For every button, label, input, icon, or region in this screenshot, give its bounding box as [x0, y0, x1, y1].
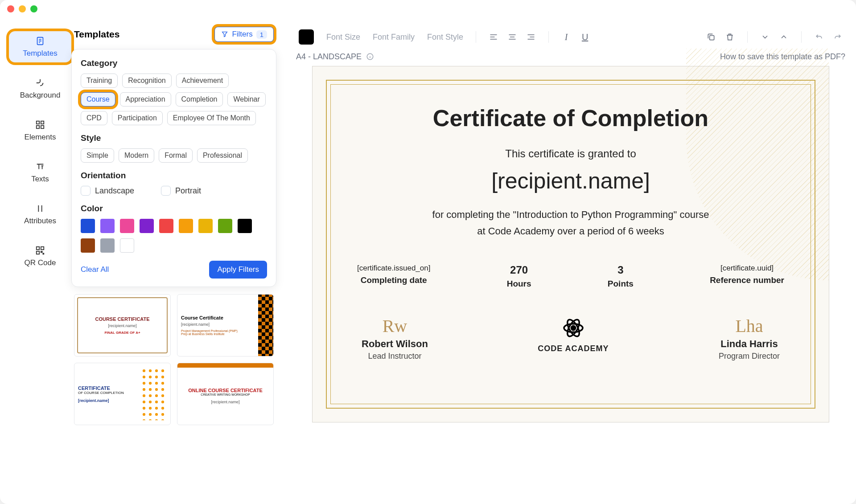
- font-style-control[interactable]: Font Style: [427, 33, 463, 42]
- nav-qrcode[interactable]: QR Code: [9, 241, 71, 272]
- swatch-orange[interactable]: [179, 219, 193, 233]
- template-thumb-3[interactable]: CERTIFICATE OF COURSE COMPLETION [recipi…: [74, 363, 171, 425]
- filters-button[interactable]: Filters 1: [214, 27, 274, 42]
- swatch-white[interactable]: [120, 238, 134, 253]
- swatch-brown[interactable]: [81, 238, 95, 253]
- chip-simple[interactable]: Simple: [81, 148, 114, 163]
- template-thumbnails: COURSE CERTIFICATE [recipient.name] FINA…: [71, 292, 276, 427]
- nav-texts[interactable]: Texts: [9, 157, 71, 188]
- attributes-icon: [35, 203, 45, 214]
- checkbox-icon: [161, 186, 171, 196]
- swatch-green[interactable]: [218, 219, 232, 233]
- nav-label: Attributes: [24, 217, 56, 225]
- chip-completion[interactable]: Completion: [176, 92, 223, 107]
- background-icon: [35, 78, 45, 88]
- undo-icon[interactable]: [814, 32, 824, 42]
- svg-rect-3: [37, 126, 39, 128]
- swatch-pink[interactable]: [120, 219, 134, 233]
- nav-templates[interactable]: Templates: [9, 31, 71, 62]
- content: Templates Background Elements Texts: [0, 18, 856, 504]
- redo-icon[interactable]: [833, 32, 843, 42]
- nav-elements[interactable]: Elements: [9, 115, 71, 146]
- svg-rect-2: [41, 121, 44, 124]
- style-label: Style: [81, 133, 267, 143]
- signature-icon: Rw: [383, 316, 407, 336]
- nav-label: Texts: [31, 175, 49, 184]
- chevron-down-icon[interactable]: [760, 32, 770, 42]
- close-window-icon[interactable]: [7, 5, 14, 12]
- chip-course[interactable]: Course: [81, 92, 115, 107]
- certificate-description: for completing the "Introduction to Pyth…: [353, 206, 789, 240]
- chip-recognition[interactable]: Recognition: [122, 74, 172, 88]
- editor-toolbar: Font Size Font Family Font Style I U: [294, 27, 847, 52]
- svg-rect-7: [37, 251, 39, 254]
- clear-all-button[interactable]: Clear All: [81, 265, 109, 274]
- svg-rect-6: [41, 247, 44, 250]
- font-size-control[interactable]: Font Size: [326, 33, 360, 42]
- certificate-granted: This certificate is granted to: [353, 148, 789, 160]
- italic-icon[interactable]: I: [561, 32, 571, 42]
- info-icon[interactable]: [365, 52, 375, 61]
- app-window: Templates Background Elements Texts: [0, 0, 856, 504]
- organization: CODE ACADEMY: [538, 316, 609, 361]
- page-format: A4 - LANDSCAPE: [296, 52, 362, 61]
- chip-appreciation[interactable]: Appreciation: [120, 92, 171, 107]
- swatch-gray[interactable]: [100, 238, 115, 253]
- atom-icon: [561, 316, 586, 340]
- canvas-area: Font Size Font Family Font Style I U: [276, 27, 847, 495]
- filter-icon: [221, 31, 228, 38]
- svg-rect-8: [710, 36, 714, 40]
- certificate-recipient: [recipient.name]: [353, 168, 789, 194]
- help-link[interactable]: How to save this template as PDF?: [720, 52, 845, 61]
- delete-icon[interactable]: [725, 32, 735, 42]
- chip-training[interactable]: Training: [81, 74, 118, 88]
- swatch-black[interactable]: [238, 219, 252, 233]
- swatch-yellow[interactable]: [198, 219, 213, 233]
- swatch-red[interactable]: [159, 219, 173, 233]
- chip-webinar[interactable]: Webinar: [227, 92, 265, 107]
- style-chips: Simple Modern Formal Professional: [81, 148, 267, 163]
- filters-count: 1: [256, 30, 267, 39]
- stat-reference: [certificate.uuid] Reference number: [710, 264, 784, 289]
- chip-professional[interactable]: Professional: [197, 148, 248, 163]
- certificate-canvas[interactable]: Certificate of Completion This certifica…: [312, 66, 829, 422]
- chip-formal[interactable]: Formal: [159, 148, 193, 163]
- swatch-purple[interactable]: [140, 219, 154, 233]
- chip-cpd[interactable]: CPD: [81, 111, 107, 125]
- nav-attributes[interactable]: Attributes: [9, 199, 71, 230]
- svg-rect-5: [37, 247, 39, 250]
- maximize-window-icon[interactable]: [30, 5, 37, 12]
- minimize-window-icon[interactable]: [19, 5, 26, 12]
- template-thumb-4[interactable]: ONLINE COURSE CERTIFICATE CREATIVE WRITI…: [177, 363, 274, 425]
- chevron-up-icon[interactable]: [779, 32, 789, 42]
- certificate-stats: [certificate.issued_on] Completing date …: [353, 264, 789, 289]
- apply-filters-button[interactable]: Apply Filters: [209, 261, 267, 279]
- color-picker[interactable]: [299, 29, 314, 45]
- signature-director: Lha Linda Harris Program Director: [719, 316, 780, 361]
- underline-icon[interactable]: U: [580, 32, 590, 42]
- panel-title: Templates: [74, 29, 119, 40]
- chip-modern[interactable]: Modern: [119, 148, 154, 163]
- template-thumb-2[interactable]: Course Certificate [recipient.name] Proj…: [177, 294, 274, 356]
- nav-label: Templates: [23, 49, 57, 58]
- chip-participation[interactable]: Participation: [112, 111, 163, 125]
- swatch-violet[interactable]: [100, 219, 115, 233]
- chip-achievement[interactable]: Achievement: [176, 74, 229, 88]
- certificate-title: Certificate of Completion: [353, 105, 789, 131]
- nav-label: Elements: [25, 133, 56, 142]
- align-right-icon[interactable]: [526, 32, 536, 42]
- templates-icon: [35, 36, 45, 46]
- stat-hours: 270 Hours: [507, 264, 531, 289]
- sidebar-nav: Templates Background Elements Texts: [9, 27, 71, 495]
- nav-background[interactable]: Background: [9, 73, 71, 104]
- chip-employee-of-month[interactable]: Employee Of The Month: [167, 111, 256, 125]
- align-center-icon[interactable]: [507, 32, 517, 42]
- swatch-blue[interactable]: [81, 219, 95, 233]
- copy-icon[interactable]: [706, 32, 716, 42]
- template-thumb-1[interactable]: COURSE CERTIFICATE [recipient.name] FINA…: [74, 294, 171, 356]
- orientation-landscape[interactable]: Landscape: [81, 186, 134, 196]
- stat-date: [certificate.issued_on] Completing date: [357, 264, 430, 289]
- font-family-control[interactable]: Font Family: [373, 33, 415, 42]
- orientation-portrait[interactable]: Portrait: [161, 186, 201, 196]
- align-left-icon[interactable]: [489, 32, 498, 42]
